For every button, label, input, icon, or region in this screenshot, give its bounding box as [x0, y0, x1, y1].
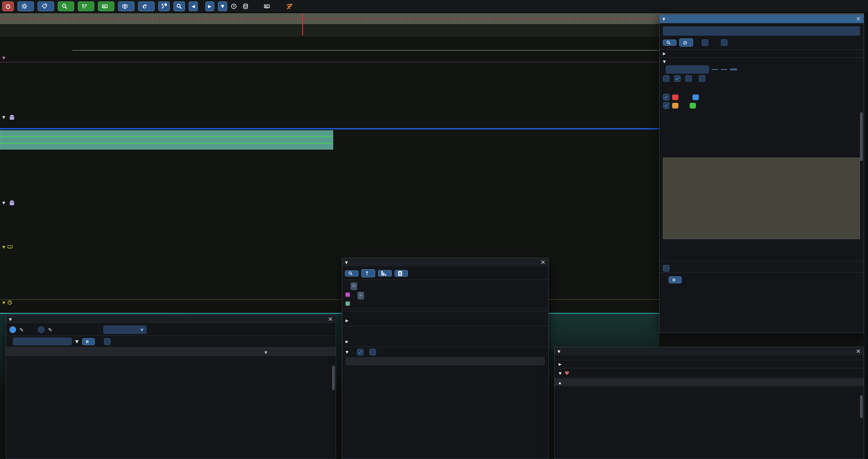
close-icon[interactable]: ✕ [328, 316, 333, 323]
glthread-zone-row [0, 170, 659, 176]
log-time-checkbox[interactable]: ✓ [674, 75, 681, 82]
pencil-icon: ✎ [48, 327, 52, 333]
find-zone-button[interactable] [58, 1, 74, 11]
source-button[interactable] [395, 270, 408, 277]
copy-clipboard-icon[interactable]: ⎘ [358, 292, 364, 299]
statistics-scrollbar[interactable] [332, 365, 335, 390]
zone-info-window: ▼ ✕ ↑ ⎘ ⎘ [342, 258, 549, 459]
messages-table-header [345, 357, 545, 365]
matched-locations-toggle[interactable]: ▶ [659, 52, 864, 56]
memory-icon [102, 3, 108, 9]
zoom-to-zone-button[interactable] [345, 270, 359, 276]
exclude-children-checkbox[interactable] [369, 349, 376, 355]
find-zone-titlebar[interactable]: ▼ ✕ [659, 14, 864, 24]
statistics-titlebar[interactable]: ▼ ✕ [6, 315, 336, 324]
limit-range-checkbox[interactable] [721, 39, 727, 46]
memory-usage-header[interactable]: ▼ [2, 245, 17, 249]
search-icon [62, 3, 67, 9]
mean-median-checkbox[interactable]: ✓ [663, 94, 670, 100]
info-button[interactable] [138, 1, 155, 11]
instrumentation-radio[interactable] [9, 326, 16, 333]
active-allocations-toggle[interactable]: ▼ ♥ [555, 368, 864, 378]
zone-privatetouchup[interactable] [0, 130, 333, 136]
limit-range-checkbox[interactable] [104, 338, 111, 345]
memory-button[interactable] [98, 1, 114, 11]
clear-button[interactable]: ⊘ [679, 38, 693, 46]
sampling-radio[interactable] [38, 326, 44, 333]
funnel-icon[interactable]: ▼ [75, 339, 79, 344]
tags-icon [42, 3, 48, 9]
group-mean-median-checkbox[interactable]: ✓ [663, 102, 670, 109]
frame-dropdown-button[interactable]: ▼ [218, 1, 227, 11]
zone-call[interactable] [0, 143, 333, 150]
find-zone-scrollbar[interactable] [860, 112, 863, 161]
zone-ontouchup[interactable] [0, 137, 333, 143]
cpu-usage-band [0, 64, 659, 76]
up-arrow-icon: ↑ [365, 270, 369, 276]
statistics-table-header[interactable]: ▼ [6, 347, 336, 356]
find-button[interactable] [663, 40, 676, 46]
glthread-zone-row [0, 163, 659, 169]
search-icon [176, 3, 182, 9]
close-icon[interactable]: ✕ [540, 259, 546, 266]
memory-usage-plot[interactable] [0, 253, 659, 299]
zoom-search-button[interactable] [174, 1, 185, 11]
allocations-list-toggle[interactable]: ▶ [345, 339, 545, 343]
filter-input[interactable] [13, 337, 72, 345]
app-scrollbar-strip[interactable] [864, 13, 868, 459]
histogram-toggle[interactable]: ▼ [659, 59, 864, 64]
glthread-message-dots[interactable] [0, 122, 659, 126]
glthread-state-line [0, 128, 659, 129]
messages-collapse-icon[interactable]: ▼ [345, 350, 348, 354]
log-values-checkbox[interactable] [663, 75, 670, 82]
allocations-section-toggle[interactable]: ▶ [555, 360, 864, 368]
time-relative-checkbox[interactable]: ✓ [357, 349, 364, 355]
glthread-zone-row [0, 157, 659, 163]
prev-frame-button[interactable]: ◀ [189, 1, 198, 11]
min-bin-input[interactable] [666, 65, 709, 73]
cpu-usage-header[interactable]: ▼ [2, 300, 17, 305]
next-frame-button[interactable]: ▶ [205, 1, 215, 11]
reset-button[interactable] [730, 69, 737, 70]
go-to-parent-button[interactable]: ↑ [361, 269, 375, 277]
self-time-checkbox[interactable] [699, 75, 706, 82]
find-zone-search-input[interactable] [663, 26, 860, 36]
plot-separator [0, 299, 659, 300]
tracy-profiler-app: ◀ ▶ ▼ [0, 0, 868, 459]
copy-clipboard-icon[interactable]: ⎘ [351, 283, 357, 290]
messages-button[interactable] [38, 1, 54, 11]
power-button[interactable] [2, 1, 14, 11]
zone-statistics-button[interactable] [378, 270, 392, 276]
plus-button[interactable] [721, 69, 727, 70]
streaming-state-line [0, 214, 659, 215]
found-clear-button[interactable]: ⊗ [669, 276, 682, 283]
close-icon[interactable]: ✕ [856, 348, 861, 355]
collapsed-zone-markers [0, 115, 659, 120]
cpu-data-separator [0, 62, 659, 62]
ignore-case-checkbox[interactable] [702, 39, 708, 46]
cumulate-time-checkbox[interactable] [685, 75, 692, 82]
clear-filter-button[interactable]: ⊗ [82, 338, 95, 345]
clock-icon [231, 3, 237, 9]
streaming-message-dots[interactable] [0, 208, 659, 212]
minus-button[interactable] [712, 69, 718, 70]
cpu-data-header[interactable]: ▼ [2, 56, 7, 60]
memory-icon [264, 3, 270, 9]
heart-icon: ♥ [564, 370, 569, 376]
wait-regions-toggle[interactable]: ▶ [345, 318, 545, 323]
compare-button[interactable] [118, 1, 134, 11]
timing-select[interactable]: ▼ [103, 326, 147, 334]
show-zone-time-checkbox[interactable] [663, 265, 670, 271]
options-button[interactable] [18, 1, 34, 11]
memory-scrollbar[interactable] [860, 395, 863, 418]
mean-time-chip [672, 94, 678, 100]
memory-titlebar[interactable]: ▼ ✕ [555, 347, 864, 356]
zone-info-titlebar[interactable]: ▼ ✕ [342, 258, 548, 267]
sort-desc-icon: ▼ [265, 351, 267, 355]
find-zone-histogram[interactable] [663, 158, 860, 239]
memory-table-header[interactable]: ▲ [555, 378, 864, 386]
wrench-icon [161, 3, 167, 9]
statistics-button[interactable] [78, 1, 94, 11]
tools-button[interactable] [158, 1, 170, 11]
close-icon[interactable]: ✕ [856, 15, 861, 22]
